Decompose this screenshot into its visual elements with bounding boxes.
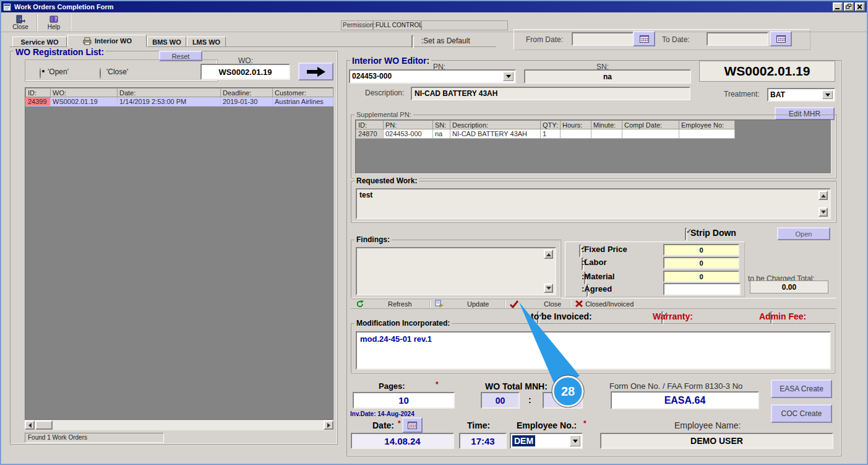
col-header-wo[interactable]: WO: [51, 89, 118, 97]
close-wo-label: Close [544, 300, 561, 308]
col-header-id[interactable]: ID: [26, 89, 51, 97]
supp-col-sn[interactable]: SN: [433, 121, 450, 129]
sn-field[interactable]: na [524, 69, 691, 84]
calendar-icon [776, 35, 786, 43]
col-header-deadline[interactable]: Deadline: [221, 89, 273, 97]
cell-customer[interactable]: Austrian Airlines [273, 97, 333, 106]
close-button[interactable]: Close [6, 14, 35, 31]
from-date-calendar-button[interactable] [633, 31, 655, 46]
chevron-down-icon[interactable] [503, 72, 513, 81]
wo-search-input[interactable]: WS0002.01.19 [200, 64, 290, 80]
chevron-down-icon[interactable] [570, 435, 580, 446]
coc-create-button[interactable]: COC Create [771, 404, 832, 423]
material-input[interactable]: 0 [663, 271, 739, 282]
refresh-button[interactable]: Refresh [356, 299, 412, 308]
supp-cell-compl-date[interactable] [622, 129, 679, 139]
charged-total-display: 0.00 [750, 280, 828, 293]
form-one-input[interactable]: EASA.64 [611, 391, 759, 409]
cell-deadline[interactable]: 2019-01-30 [221, 97, 273, 106]
closed-invoiced-button[interactable]: Closed/Invoiced [575, 299, 634, 308]
restore-icon[interactable] [844, 2, 854, 11]
tab-bms-wo[interactable]: BMS WO [147, 37, 186, 47]
scroll-down-icon[interactable] [544, 284, 553, 293]
from-date-input[interactable] [572, 32, 634, 46]
vertical-scrollbar[interactable] [819, 191, 828, 217]
supp-col-minute[interactable]: Minute: [591, 121, 622, 129]
supp-cell-qty[interactable]: 1 [541, 129, 561, 139]
supp-cell-description[interactable]: NI-CAD BATTERY 43AH [450, 129, 541, 139]
to-date-input[interactable] [707, 32, 768, 46]
minimize-icon[interactable] [833, 2, 843, 11]
supp-cell-id[interactable]: 24870 [356, 129, 384, 139]
radio-open[interactable] [40, 67, 41, 79]
tab-lms-wo[interactable]: LMS WO [187, 37, 226, 47]
vertical-scrollbar[interactable] [544, 250, 554, 293]
update-button[interactable]: Update [435, 299, 489, 308]
pages-input[interactable]: 10 [353, 392, 455, 409]
radio-close[interactable] [100, 67, 101, 79]
go-arrow-button[interactable] [298, 63, 333, 80]
date-calendar-button[interactable] [402, 417, 423, 433]
tab-label: LMS WO [192, 38, 220, 46]
supp-col-id[interactable]: ID: [356, 121, 384, 129]
description-field[interactable]: NI-CAD BATTERY 43AH [411, 87, 690, 100]
agreed-input[interactable] [663, 283, 741, 295]
requested-work-textarea[interactable]: test [356, 188, 831, 219]
supp-cell-pn[interactable]: 024453-000 [384, 129, 433, 139]
supp-cell-employee-no[interactable] [679, 129, 735, 139]
scroll-up-icon[interactable] [544, 250, 553, 259]
scrollbar-thumb[interactable] [35, 420, 53, 430]
strip-down-checkbox[interactable] [685, 228, 687, 241]
table-row[interactable]: 24399 WS0002.01.19 1/14/2019 2:53:00 PM … [26, 97, 333, 106]
title-bar: Work Orders Completion Form [1, 1, 867, 12]
supp-col-compl-date[interactable]: Compl Date: [622, 121, 679, 129]
pn-value: 024453-000 [352, 72, 392, 80]
scroll-left-icon[interactable] [25, 420, 35, 430]
help-button[interactable]: ? Help [40, 14, 68, 31]
easa-create-button[interactable]: EASA Create [771, 380, 832, 398]
supp-cell-minute[interactable] [591, 129, 622, 139]
employee-no-combobox[interactable]: DEM [510, 433, 583, 449]
tab-label: BMS WO [152, 38, 181, 46]
open-button[interactable]: Open [777, 227, 830, 240]
pn-combobox[interactable]: 024453-000 [349, 69, 516, 84]
supplemental-pn-table[interactable]: ID: PN: SN: Description: QTY: Hours: Min… [355, 120, 831, 174]
supp-cell-sn[interactable]: na [433, 129, 450, 139]
cell-id[interactable]: 24399 [26, 97, 51, 106]
scroll-right-icon[interactable] [324, 420, 333, 430]
to-date-calendar-button[interactable] [770, 31, 792, 46]
close-wo-button[interactable]: Close [509, 299, 561, 308]
supp-col-pn[interactable]: PN: [384, 121, 433, 129]
chevron-down-icon[interactable] [822, 90, 833, 99]
treatment-combobox[interactable]: BAT [767, 88, 835, 102]
time-input[interactable]: 17:43 [459, 433, 507, 449]
supp-col-employee-no[interactable]: Employee No: [679, 121, 735, 129]
date-input[interactable]: 14.08.24 [351, 433, 454, 449]
labor-label: :Labor [582, 258, 606, 267]
wo-total-minutes-input[interactable]: 00 [543, 392, 583, 409]
fixed-price-input[interactable]: 0 [663, 244, 739, 256]
supp-col-hours[interactable]: Hours: [561, 121, 591, 129]
reset-button-label: Reset [172, 53, 190, 60]
findings-textarea[interactable] [356, 247, 556, 295]
modification-textarea[interactable]: mod.24-45-01 rev.1 [356, 331, 831, 370]
cell-wo[interactable]: WS0002.01.19 [51, 97, 118, 106]
col-header-customer[interactable]: Customer: [273, 89, 333, 97]
supp-col-qty[interactable]: QTY: [541, 121, 561, 129]
supp-cell-hours[interactable] [561, 129, 591, 139]
col-header-date[interactable]: Date: [118, 89, 221, 97]
findings-title: Findings: [355, 235, 392, 244]
set-as-default-checkbox[interactable] [411, 35, 414, 48]
scroll-down-icon[interactable] [819, 207, 828, 217]
tab-service-wo[interactable]: Service WO [12, 37, 67, 47]
labor-input[interactable]: 0 [663, 257, 739, 269]
supp-col-description[interactable]: Description: [450, 121, 541, 129]
wo-registration-table[interactable]: ID: WO: Date: Deadline: Customer: 24399 … [25, 87, 333, 420]
scroll-up-icon[interactable] [819, 191, 828, 200]
wo-total-hours-input[interactable]: 00 [481, 392, 520, 409]
table-row[interactable]: 24870 024453-000 na NI-CAD BATTERY 43AH … [356, 129, 735, 139]
horizontal-scrollbar[interactable] [25, 420, 333, 430]
close-window-icon[interactable] [855, 2, 865, 11]
cell-date[interactable]: 1/14/2019 2:53:00 PM [118, 97, 221, 106]
tab-interior-wo[interactable]: Interior WO [67, 35, 147, 47]
